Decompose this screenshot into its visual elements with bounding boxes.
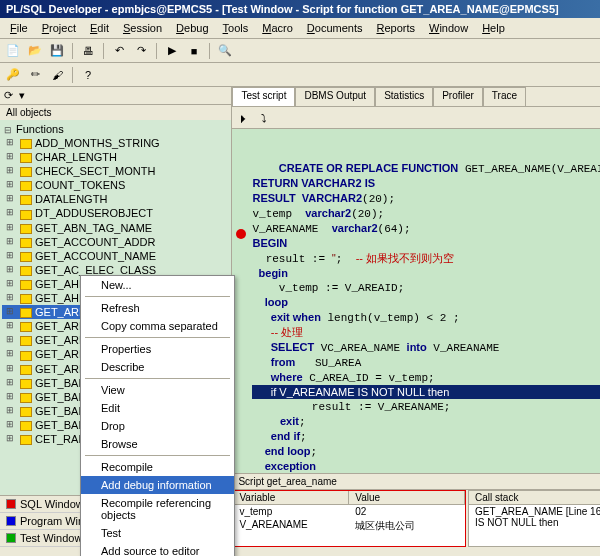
tab-statistics[interactable]: Statistics [375,87,433,106]
menu-file[interactable]: File [4,20,34,36]
tab-dbms-output[interactable]: DBMS Output [295,87,375,106]
print-icon[interactable]: 🖶 [79,42,97,60]
editor-panel: Test scriptDBMS OutputStatisticsProfiler… [232,87,600,547]
tree-item[interactable]: GET_ACCOUNT_NAME [2,249,229,263]
tab-trace[interactable]: Trace [483,87,526,106]
menu-macro[interactable]: Macro [256,20,299,36]
step-icon[interactable]: ⏵ [234,109,252,127]
menu-item-add-source-to-editor[interactable]: Add source to editor [81,542,234,556]
menu-project[interactable]: Project [36,20,82,36]
menu-item-recompile-referencing-objects[interactable]: Recompile referencing objects [81,494,234,524]
tree-item[interactable]: COUNT_TOKENS [2,178,229,192]
menu-window[interactable]: Window [423,20,474,36]
menu-item-describe[interactable]: Describe [81,358,234,376]
tree-item[interactable]: GET_ABN_TAG_NAME [2,221,229,235]
code-editor[interactable]: CREATE OR REPLACE FUNCTION GET_AREA_NAME… [232,129,600,473]
output-tabs: Test scriptDBMS OutputStatisticsProfiler… [232,87,600,107]
eraser-icon[interactable]: ✏ [26,66,44,84]
var-header-name: Variable [233,491,349,504]
save-icon[interactable]: 💾 [48,42,66,60]
menu-item-view[interactable]: View [81,381,234,399]
step-over-icon[interactable]: ⤵ [255,109,273,127]
new-icon[interactable]: 📄 [4,42,22,60]
help-icon[interactable]: ? [79,66,97,84]
redo-icon[interactable]: ↷ [132,42,150,60]
callstack-header: Call stack [469,491,600,505]
script-tab[interactable]: Script get_area_name [232,473,600,489]
key-icon[interactable]: 🔑 [4,66,22,84]
tree-root-functions[interactable]: Functions [2,122,229,136]
refresh-icon[interactable]: ⟳ [4,89,13,102]
window-title: PL/SQL Developer - epmbjcs@EPMCS5 - [Tes… [6,3,559,15]
menu-item-browse[interactable]: Browse [81,435,234,453]
toolbar-1: 📄 📂 💾 🖶 ↶ ↷ ▶ ■ 🔍 [0,39,600,63]
context-menu: New...RefreshCopy comma separatedPropert… [80,275,235,556]
menu-item-copy-comma-separated[interactable]: Copy comma separated [81,317,234,335]
tree-item[interactable]: DATALENGTH [2,192,229,206]
var-header-value: Value [349,491,465,504]
menu-edit[interactable]: Edit [84,20,115,36]
browser-title: All objects [0,105,231,120]
callstack-row[interactable]: GET_AREA_NAME [Line 16] if V_AREANAME IS… [469,505,600,529]
menu-documents[interactable]: Documents [301,20,369,36]
menu-item-recompile[interactable]: Recompile [81,458,234,476]
tree-item[interactable]: DT_ADDUSEROBJECT [2,206,229,220]
variable-row[interactable]: V_AREANAME城区供电公司 [233,518,465,534]
find-icon[interactable]: 🔍 [216,42,234,60]
undo-icon[interactable]: ↶ [110,42,128,60]
menu-item-drop[interactable]: Drop [81,417,234,435]
menu-item-new-[interactable]: New... [81,276,234,294]
brush-icon[interactable]: 🖌 [48,66,66,84]
browser-toolbar: ⟳ ▾ [0,87,231,105]
tab-profiler[interactable]: Profiler [433,87,483,106]
menu-session[interactable]: Session [117,20,168,36]
variables-panel: Variable Value v_temp02V_AREANAME城区供电公司 [232,490,466,547]
menu-item-add-debug-information[interactable]: Add debug information [81,476,234,494]
code-toolbar: ⏵ ⤵ [232,107,600,129]
menu-item-properties[interactable]: Properties [81,340,234,358]
tree-item[interactable]: CHECK_SECT_MONTH [2,164,229,178]
tree-item[interactable]: ADD_MONTHS_STRING [2,136,229,150]
filter-icon[interactable]: ▾ [19,89,25,102]
run-icon[interactable]: ▶ [163,42,181,60]
stop-icon[interactable]: ■ [185,42,203,60]
tab-test-script[interactable]: Test script [232,87,295,106]
title-bar: PL/SQL Developer - epmbjcs@EPMCS5 - [Tes… [0,0,600,18]
breakpoint-icon[interactable] [236,229,246,239]
menu-tools[interactable]: Tools [217,20,255,36]
menu-help[interactable]: Help [476,20,511,36]
toolbar-2: 🔑 ✏ 🖌 ? [0,63,600,87]
menu-item-edit[interactable]: Edit [81,399,234,417]
tree-item[interactable]: CHAR_LENGTH [2,150,229,164]
menu-debug[interactable]: Debug [170,20,214,36]
menu-bar: FileProjectEditSessionDebugToolsMacroDoc… [0,18,600,39]
menu-reports[interactable]: Reports [370,20,421,36]
callstack-panel: Call stack GET_AREA_NAME [Line 16] if V_… [468,490,600,547]
tree-item[interactable]: GET_ACCOUNT_ADDR [2,235,229,249]
debug-panel: Variable Value v_temp02V_AREANAME城区供电公司 … [232,489,600,547]
menu-item-test[interactable]: Test [81,524,234,542]
variable-row[interactable]: v_temp02 [233,505,465,518]
menu-item-refresh[interactable]: Refresh [81,299,234,317]
open-icon[interactable]: 📂 [26,42,44,60]
